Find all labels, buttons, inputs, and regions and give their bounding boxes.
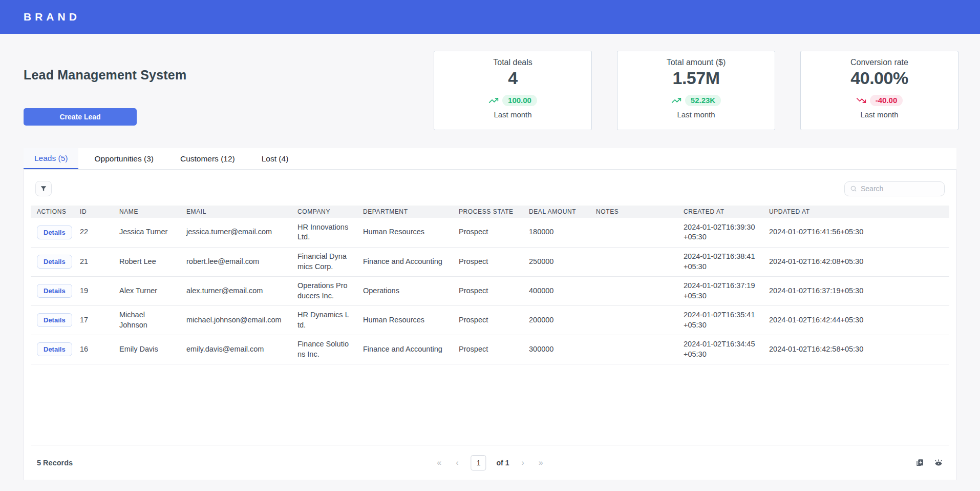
trend-badge: 52.23K [685, 95, 721, 106]
create-lead-button[interactable]: Create Lead [24, 108, 137, 126]
top-bar: BRAND [0, 0, 980, 34]
cell-name: Alex Turner [113, 276, 180, 305]
cell-company: HR Innovations Ltd. [291, 218, 357, 247]
filter-icon [40, 185, 47, 192]
cell-id: 19 [74, 276, 113, 305]
details-button[interactable]: Details [37, 313, 72, 327]
cell-created-at: 2024-01-02T16:38:41+05:30 [677, 247, 763, 276]
cell-created-at: 2024-01-02T16:37:19+05:30 [677, 276, 763, 305]
details-button[interactable]: Details [37, 342, 72, 356]
cell-updated-at: 2024-01-02T16:42:44+05:30 [763, 305, 949, 335]
table-header-row: Actions ID Name Email Company Department… [31, 206, 949, 218]
col-header-deal-amount: Deal Amount [523, 206, 590, 218]
pagination: « ‹ 1 of 1 › » [435, 455, 545, 470]
stat-card-conversion-rate: Conversion rate 40.00% -40.00 Last month [800, 51, 958, 130]
cell-department: Operations [357, 276, 453, 305]
cell-updated-at: 2024-01-02T16:42:08+05:30 [763, 247, 949, 276]
stat-label: Conversion rate [850, 58, 908, 67]
brand-logo: BRAND [24, 11, 80, 23]
tab-customers[interactable]: Customers (12) [169, 148, 246, 169]
stat-period: Last month [860, 110, 898, 119]
cell-email: robert.lee@email.com [180, 247, 291, 276]
cell-notes [590, 305, 677, 335]
cell-created-at: 2024-01-02T16:35:41+05:30 [677, 305, 763, 335]
stat-label: Total amount ($) [667, 58, 726, 67]
stat-card-total-amount: Total amount ($) 1.57M 52.23K Last month [617, 51, 775, 130]
leads-table: Actions ID Name Email Company Department… [31, 206, 949, 364]
search-icon [850, 185, 857, 192]
cell-updated-at: 2024-01-02T16:42:58+05:30 [763, 335, 949, 364]
cell-department: Finance and Accounting [357, 335, 453, 364]
cell-company: HR Dynamics Ltd. [291, 305, 357, 335]
table-footer: 5 Records « ‹ 1 of 1 › » [31, 445, 949, 480]
leads-table-card: Actions ID Name Email Company Department… [24, 170, 956, 480]
column-visibility-button[interactable] [934, 458, 943, 467]
page-title: Lead Management System [24, 68, 186, 83]
col-header-actions: Actions [31, 206, 74, 218]
trending-down-icon [856, 95, 866, 106]
cell-process-state: Prospect [453, 247, 523, 276]
cell-email: michael.johnson@email.com [180, 305, 291, 335]
col-header-updated-at: Updated At [763, 206, 949, 218]
stat-period: Last month [677, 110, 715, 119]
details-button[interactable]: Details [37, 226, 72, 239]
cell-process-state: Prospect [453, 218, 523, 247]
cell-company: Operations Producers Inc. [291, 276, 357, 305]
details-button[interactable]: Details [37, 255, 72, 269]
tab-leads[interactable]: Leads (5) [24, 148, 78, 169]
search-box[interactable] [844, 181, 945, 196]
pagination-next-button[interactable]: › [519, 457, 526, 468]
search-input[interactable] [861, 185, 939, 193]
cell-company: Financial Dynamics Corp. [291, 247, 357, 276]
table-toolbar [35, 181, 945, 196]
filter-button[interactable] [35, 181, 52, 196]
table-row: Details 22 Jessica Turner jessica.turner… [31, 218, 949, 247]
col-header-department: Department [357, 206, 453, 218]
stat-value: 40.00% [850, 68, 908, 88]
table-row: Details 16 Emily Davis emily.davis@email… [31, 335, 949, 364]
cell-name: Michael Johnson [113, 305, 180, 335]
export-icon [915, 458, 925, 467]
records-count: 5 Records [37, 459, 73, 467]
cell-name: Jessica Turner [113, 218, 180, 247]
cell-company: Finance Solutions Inc. [291, 335, 357, 364]
pagination-first-button[interactable]: « [435, 457, 443, 468]
cell-process-state: Prospect [453, 276, 523, 305]
cell-id: 16 [74, 335, 113, 364]
col-header-id: ID [74, 206, 113, 218]
cell-department: Human Resources [357, 305, 453, 335]
stat-value: 1.57M [673, 68, 720, 88]
trend-badge: 100.00 [502, 95, 537, 106]
col-header-company: Company [291, 206, 357, 218]
tab-lost[interactable]: Lost (4) [251, 148, 300, 169]
table-row: Details 19 Alex Turner alex.turner@email… [31, 276, 949, 305]
cell-deal-amount: 250000 [523, 247, 590, 276]
col-header-name: Name [113, 206, 180, 218]
pagination-prev-button[interactable]: ‹ [454, 457, 460, 468]
cell-id: 22 [74, 218, 113, 247]
table-row: Details 21 Robert Lee robert.lee@email.c… [31, 247, 949, 276]
cell-email: emily.davis@email.com [180, 335, 291, 364]
cell-updated-at: 2024-01-02T16:41:56+05:30 [763, 218, 949, 247]
col-header-notes: Notes [590, 206, 677, 218]
details-button[interactable]: Details [37, 284, 72, 298]
stat-period: Last month [494, 110, 531, 119]
cell-department: Finance and Accounting [357, 247, 453, 276]
cell-created-at: 2024-01-02T16:34:45+05:30 [677, 335, 763, 364]
cell-notes [590, 218, 677, 247]
pagination-current-page[interactable]: 1 [471, 455, 486, 470]
cell-deal-amount: 300000 [523, 335, 590, 364]
eye-icon [934, 458, 943, 467]
cell-notes [590, 276, 677, 305]
cell-updated-at: 2024-01-02T16:37:19+05:30 [763, 276, 949, 305]
col-header-created-at: Created At [677, 206, 763, 218]
tab-bar: Leads (5) Opportunities (3) Customers (1… [24, 148, 956, 170]
cell-notes [590, 247, 677, 276]
cell-process-state: Prospect [453, 305, 523, 335]
cell-name: Emily Davis [113, 335, 180, 364]
stat-label: Total deals [493, 58, 532, 67]
export-button[interactable] [915, 458, 925, 467]
tab-opportunities[interactable]: Opportunities (3) [83, 148, 164, 169]
pagination-last-button[interactable]: » [537, 457, 545, 468]
stat-value: 4 [508, 68, 517, 88]
